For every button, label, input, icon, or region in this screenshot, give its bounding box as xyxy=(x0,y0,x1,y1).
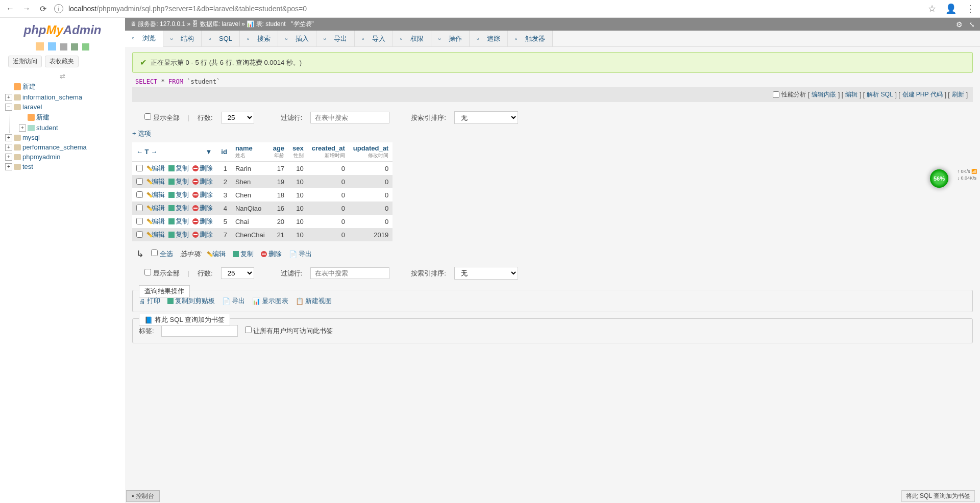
row-delete[interactable]: 删除 xyxy=(192,177,213,186)
options-link[interactable]: + 选项 xyxy=(132,128,151,141)
tree-db-laravel[interactable]: − laravel xyxy=(5,102,125,112)
bc-gear-icon[interactable]: ⚙ xyxy=(956,20,963,29)
tab-插入[interactable]: ▫插入 xyxy=(278,31,316,46)
expand-icon[interactable]: + xyxy=(5,94,12,101)
op-create-view[interactable]: 📋 新建视图 xyxy=(296,296,332,306)
reload-button[interactable]: ⟳ xyxy=(38,4,48,14)
row-delete[interactable]: 删除 xyxy=(192,230,213,239)
refresh-link[interactable]: 刷新 xyxy=(952,90,964,99)
bc-server[interactable]: 127.0.0.1 xyxy=(160,20,185,28)
tree-db-mysql[interactable]: + mysql xyxy=(5,133,125,142)
bookmark-share-check[interactable] xyxy=(245,326,252,333)
edit-link[interactable]: 编辑 xyxy=(845,90,857,99)
bookmark-button[interactable]: 将此 SQL 查询加为书签 xyxy=(901,490,975,502)
col-sex[interactable]: sex性别 xyxy=(288,142,308,162)
row-check[interactable] xyxy=(136,178,143,185)
star-icon[interactable]: ☆ xyxy=(928,3,936,14)
menu-icon[interactable]: ⋮ xyxy=(966,3,975,14)
show-all-check[interactable] xyxy=(144,113,151,120)
filter-input-2[interactable] xyxy=(310,267,389,279)
row-check[interactable] xyxy=(136,218,143,224)
op-chart[interactable]: 📊 显示图表 xyxy=(252,296,288,306)
tree-db-performance_schema[interactable]: + performance_schema xyxy=(5,142,125,152)
row-edit[interactable]: 编辑 xyxy=(149,204,165,213)
filter-input[interactable] xyxy=(310,112,389,123)
phpmyadmin-logo[interactable]: phpMyAdmin xyxy=(0,20,125,40)
bulk-edit[interactable]: 编辑 xyxy=(209,249,226,259)
expand-icon[interactable]: + xyxy=(5,154,12,161)
tab-浏览[interactable]: ▫浏览 xyxy=(125,31,163,47)
row-check[interactable] xyxy=(136,191,143,198)
col-created_at[interactable]: created_at新增时间 xyxy=(308,142,349,162)
back-button[interactable]: ← xyxy=(5,4,15,14)
bookmark-tag-input[interactable] xyxy=(161,325,238,337)
console-button[interactable]: ▪ 控制台 xyxy=(126,490,160,502)
col-id[interactable]: id xyxy=(217,142,231,162)
row-delete[interactable]: 删除 xyxy=(192,204,213,213)
op-print[interactable]: 🖨 打印 xyxy=(139,296,160,306)
tab-操作[interactable]: ▫操作 xyxy=(431,31,470,46)
rows-select-2[interactable]: 25 xyxy=(221,267,254,279)
row-edit[interactable]: 编辑 xyxy=(149,164,165,173)
op-copy-clipboard[interactable]: 复制到剪贴板 xyxy=(167,296,215,306)
tab-搜索[interactable]: ▫搜索 xyxy=(240,31,278,46)
bc-table[interactable]: student xyxy=(265,20,285,28)
row-delete[interactable]: 删除 xyxy=(192,164,213,173)
forward-button[interactable]: → xyxy=(21,4,32,14)
tab-导出[interactable]: ▫导出 xyxy=(316,31,355,46)
show-all-check-2[interactable] xyxy=(144,269,151,275)
bulk-delete[interactable]: 删除 xyxy=(261,249,282,259)
explain-link[interactable]: 解析 SQL xyxy=(867,90,893,99)
row-copy[interactable]: 复制 xyxy=(168,217,189,226)
tree-item-新建[interactable]: 新建 xyxy=(19,112,125,123)
profiling-checkbox[interactable] xyxy=(773,91,779,98)
recent-tab[interactable]: 近期访问 xyxy=(8,56,42,67)
reload-nav-icon[interactable] xyxy=(82,43,89,51)
row-check[interactable] xyxy=(136,205,143,211)
rows-select[interactable]: 25 xyxy=(221,112,254,123)
tree-item-student[interactable]: + student xyxy=(19,123,125,133)
tab-结构[interactable]: ▫结构 xyxy=(163,31,202,46)
row-copy[interactable]: 复制 xyxy=(168,177,189,186)
swap-icon[interactable]: ⇄ xyxy=(0,71,125,81)
row-edit[interactable]: 编辑 xyxy=(149,217,165,226)
sort-select[interactable]: 无 xyxy=(454,111,518,124)
expand-icon[interactable]: + xyxy=(5,144,12,151)
tree-db-phpmyadmin[interactable]: + phpmyadmin xyxy=(5,152,125,162)
select-all-check[interactable] xyxy=(151,249,158,256)
row-check[interactable] xyxy=(136,165,143,171)
col-age[interactable]: age年龄 xyxy=(269,142,288,162)
docs-icon[interactable] xyxy=(60,43,67,51)
tab-追踪[interactable]: ▫追踪 xyxy=(470,31,508,46)
row-edit[interactable]: 编辑 xyxy=(149,177,165,186)
settings-icon[interactable] xyxy=(71,43,78,51)
tree-db-information_schema[interactable]: + information_schema xyxy=(5,92,125,102)
logout-icon[interactable] xyxy=(48,42,56,51)
row-check[interactable] xyxy=(136,231,143,238)
op-export[interactable]: 📄 导出 xyxy=(222,296,245,306)
row-copy[interactable]: 复制 xyxy=(168,204,189,213)
row-copy[interactable]: 复制 xyxy=(168,230,189,239)
tree-new[interactable]: 新建 xyxy=(5,81,125,92)
home-icon[interactable] xyxy=(36,42,44,51)
row-delete[interactable]: 删除 xyxy=(192,217,213,226)
row-copy[interactable]: 复制 xyxy=(168,164,189,173)
col-updated_at[interactable]: updated_at修改时间 xyxy=(349,142,393,162)
row-edit[interactable]: 编辑 xyxy=(149,190,165,199)
expand-icon[interactable]: + xyxy=(5,163,12,170)
bc-collapse-icon[interactable]: ⤡ xyxy=(969,20,975,29)
col-sort[interactable]: ← T →▼ xyxy=(132,142,217,162)
bc-db[interactable]: laravel xyxy=(222,20,239,28)
sort-select-2[interactable]: 无 xyxy=(454,267,518,280)
expand-icon[interactable]: + xyxy=(19,124,26,132)
create-php-link[interactable]: 创建 PHP 代码 xyxy=(902,90,943,99)
url-bar[interactable]: i localhost/phpmyadmin/sql.php?server=1&… xyxy=(54,4,922,13)
row-delete[interactable]: 删除 xyxy=(192,190,213,199)
tab-SQL[interactable]: ▫SQL xyxy=(202,31,240,46)
expand-icon[interactable]: + xyxy=(5,134,12,141)
tree-db-test[interactable]: + test xyxy=(5,162,125,171)
tab-触发器[interactable]: ▫触发器 xyxy=(508,31,553,46)
row-copy[interactable]: 复制 xyxy=(168,190,189,199)
expand-icon[interactable]: − xyxy=(5,104,12,111)
user-icon[interactable]: 👤 xyxy=(945,3,957,14)
